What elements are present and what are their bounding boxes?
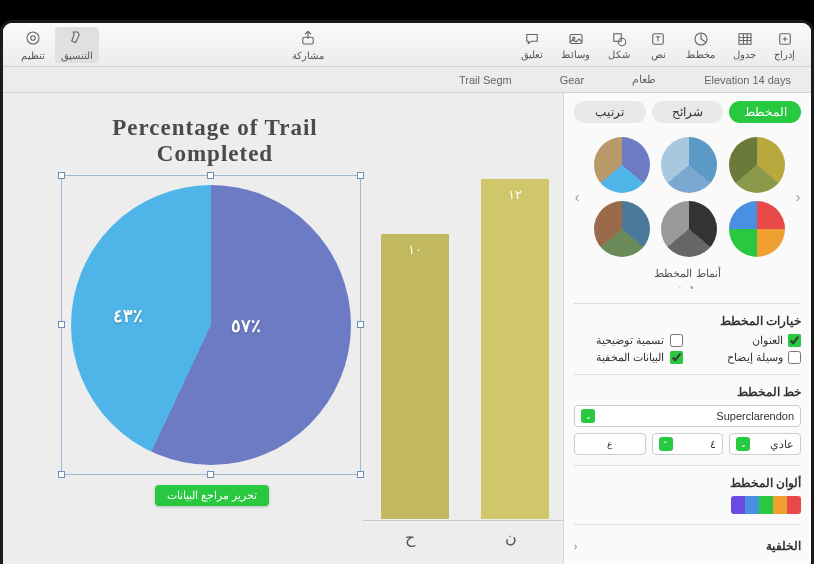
edit-data-button[interactable]: تحرير مراجع البيانات — [155, 485, 269, 506]
svg-point-10 — [31, 35, 36, 40]
checkbox[interactable] — [670, 351, 683, 364]
bar-value-label: ١٢ — [508, 187, 522, 203]
chart-title[interactable]: Percentage of Trail Completed — [75, 115, 355, 168]
chart-label: مخطط — [686, 49, 715, 60]
svg-point-7 — [572, 37, 574, 39]
svg-point-9 — [27, 32, 39, 44]
font-family-value: Superclarendon — [716, 410, 794, 422]
svg-point-5 — [618, 38, 626, 46]
chart-style-thumb[interactable] — [661, 137, 717, 193]
dropdown-arrow-icon: ⌄ — [736, 437, 750, 451]
font-size-value: ٤ — [710, 438, 716, 451]
sheet-tab[interactable]: Gear — [552, 72, 592, 88]
chart-style-thumb[interactable] — [594, 137, 650, 193]
insert-button[interactable]: إدراج — [770, 28, 799, 62]
comment-button[interactable]: تعليق — [517, 28, 547, 62]
pie-chart[interactable]: ٥٧٪ ٤٣٪ — [71, 185, 351, 465]
chart-colors-heading: ألوان المخطط — [730, 476, 801, 490]
background-label: الخلفية — [766, 539, 801, 553]
background-disclosure[interactable]: الخلفية ‹ — [574, 535, 801, 557]
chart-style-thumb[interactable] — [661, 201, 717, 257]
media-button[interactable]: وسائط — [557, 28, 594, 62]
sheet-tabs-bar: Trail Segm Gear طعام Elevation 14 days — [3, 67, 811, 93]
dropdown-arrow-icon: ⌄ — [581, 409, 595, 423]
share-button[interactable]: مشاركة — [292, 29, 324, 61]
main-toolbar: إدراج جدول مخطط نص شكل وسائط تعليق — [3, 23, 811, 67]
styles-pager-dots[interactable]: • · — [574, 282, 801, 293]
chevron-left-icon: ‹ — [574, 541, 577, 552]
share-label: مشاركة — [292, 50, 324, 61]
inspector-tabs: المخطط شرائح ترتيب — [574, 101, 801, 123]
format-button[interactable]: التنسيق — [55, 27, 99, 63]
font-family-select[interactable]: Superclarendon ⌄ — [574, 405, 801, 427]
checkbox[interactable] — [788, 334, 801, 347]
bar-category-label: ن — [505, 528, 517, 547]
chart-style-thumb[interactable] — [729, 201, 785, 257]
organize-button[interactable]: تنظيم — [15, 27, 51, 63]
option-legend[interactable]: وسيلة إيضاح — [693, 351, 802, 364]
stepper-label: ع — [607, 439, 612, 449]
format-label: التنسيق — [61, 50, 93, 61]
styles-caption: أنماط المخطط — [574, 267, 801, 280]
table-button[interactable]: جدول — [729, 28, 760, 62]
tab-slices[interactable]: شرائح — [652, 101, 724, 123]
canvas-area[interactable]: Percentage of Trail Completed ٥٧٪ ٤٣٪ تح… — [3, 93, 563, 564]
chart-options-heading: خيارات المخطط — [574, 314, 801, 328]
pie-slice-label: ٤٣٪ — [113, 305, 143, 327]
chart-font-heading: خط المخطط — [574, 385, 801, 399]
sheet-tab[interactable]: Elevation 14 days — [696, 72, 799, 88]
format-inspector: المخطط شرائح ترتيب ‹ › أنماط المخطط • · — [563, 93, 811, 564]
resize-handle[interactable] — [58, 321, 65, 328]
color-palette-button[interactable] — [731, 496, 801, 514]
option-caption[interactable]: تسمية توضيحية — [574, 334, 683, 347]
bar-value-label: ١٠ — [408, 242, 422, 258]
font-size-stepper-alt[interactable]: ع — [574, 433, 646, 455]
resize-handle[interactable] — [207, 172, 214, 179]
resize-handle[interactable] — [58, 471, 65, 478]
font-weight-value: عادي — [770, 438, 794, 451]
organize-label: تنظيم — [21, 50, 45, 61]
comment-label: تعليق — [521, 49, 543, 60]
option-title[interactable]: العنوان — [693, 334, 802, 347]
tab-chart[interactable]: المخطط — [729, 101, 801, 123]
resize-handle[interactable] — [207, 471, 214, 478]
app-window: إدراج جدول مخطط نص شكل وسائط تعليق — [0, 20, 814, 564]
svg-rect-4 — [614, 33, 622, 41]
bar-chart[interactable]: ١٠ ١٢ ح ن — [363, 145, 563, 555]
chart-style-thumb[interactable] — [729, 137, 785, 193]
stepper-arrows-icon: ⌃ — [659, 437, 673, 451]
sheet-tab[interactable]: Trail Segm — [451, 72, 520, 88]
bar: ١٠ — [381, 234, 449, 519]
text-button[interactable]: نص — [644, 28, 672, 62]
font-size-stepper[interactable]: ٤ ⌃ — [652, 433, 724, 455]
bar-category-label: ح — [405, 528, 415, 547]
option-hidden-data[interactable]: البيانات المخفية — [574, 351, 683, 364]
text-label: نص — [651, 49, 666, 60]
chart-styles-grid — [574, 133, 801, 261]
shape-button[interactable]: شكل — [604, 28, 634, 62]
bar: ١٢ — [481, 179, 549, 519]
sheet-tab[interactable]: طعام — [624, 71, 664, 88]
checkbox[interactable] — [670, 334, 683, 347]
insert-label: إدراج — [774, 49, 795, 60]
font-weight-select[interactable]: عادي ⌄ — [729, 433, 801, 455]
table-label: جدول — [733, 49, 756, 60]
chart-style-thumb[interactable] — [594, 201, 650, 257]
svg-rect-1 — [739, 33, 751, 44]
media-label: وسائط — [561, 49, 590, 60]
pie-slice-label: ٥٧٪ — [231, 315, 261, 337]
tab-arrange[interactable]: ترتيب — [574, 101, 646, 123]
shape-label: شكل — [608, 49, 630, 60]
resize-handle[interactable] — [58, 172, 65, 179]
chart-button[interactable]: مخطط — [682, 28, 719, 62]
checkbox[interactable] — [788, 351, 801, 364]
bar-axis — [363, 520, 563, 521]
